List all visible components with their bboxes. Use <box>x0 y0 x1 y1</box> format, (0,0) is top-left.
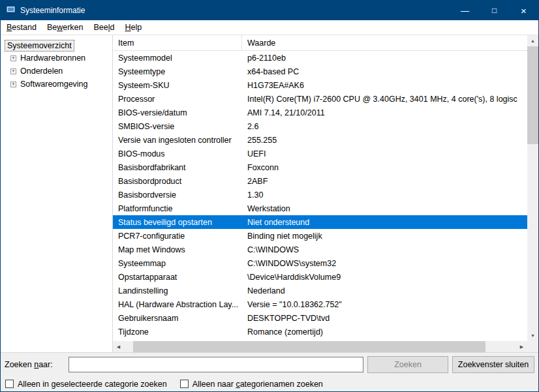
search-options: Alleen in geselecteerde categorie zoeken… <box>1 376 538 391</box>
maximize-button[interactable]: □ <box>480 1 509 20</box>
window-title: Systeeminformatie <box>20 6 85 15</box>
value-cell: x64-based PC <box>242 67 527 76</box>
value-cell: p6-2110eb <box>242 53 527 63</box>
window-controls: — □ × <box>450 1 538 20</box>
item-cell: Landinstelling <box>113 286 242 295</box>
close-icon: × <box>521 5 527 16</box>
table-row[interactable]: Opstartapparaat\Device\HarddiskVolume9 <box>113 270 527 284</box>
table-row[interactable]: Map met WindowsC:\WINDOWS <box>113 243 527 256</box>
window: Systeeminformatie — □ × Bestand Bewerken… <box>0 0 539 392</box>
table-row[interactable]: HAL (Hardware Abstraction Lay...Versie =… <box>113 297 527 311</box>
horizontal-scrollbar[interactable]: ◀ ▶ <box>113 341 527 352</box>
expand-icon[interactable]: + <box>10 55 16 61</box>
search-panel: Zoeken naar: Zoeken Zoekvenster sluiten … <box>1 352 538 391</box>
table-row[interactable]: LandinstellingNederland <box>113 284 527 297</box>
value-cell: Binding niet mogelijk <box>242 232 527 241</box>
item-cell: Status beveiligd opstarten <box>113 218 242 227</box>
scroll-right-button[interactable]: ▶ <box>516 341 527 352</box>
column-header-item[interactable]: Item <box>113 35 242 50</box>
checkbox-label: Alleen naar categorienamen zoeken <box>192 380 323 389</box>
expand-icon[interactable]: + <box>10 68 16 74</box>
item-cell: Versie van ingesloten controller <box>113 136 242 145</box>
item-cell: Gebruikersnaam <box>113 314 242 323</box>
table-row[interactable]: BIOS-modusUEFI <box>113 147 527 160</box>
table-row[interactable]: PCR7-configuratieBinding niet mogelijk <box>113 229 527 243</box>
horizontal-scroll-track[interactable] <box>124 341 516 352</box>
close-button[interactable]: × <box>509 1 538 20</box>
search-label: Zoeken naar: <box>5 360 69 369</box>
value-cell: Intel(R) Core(TM) i7-2600 CPU @ 3.40GHz,… <box>242 95 527 104</box>
tree-item-label: Onderdelen <box>20 67 63 76</box>
table-row[interactable]: Basisbordversie1.30 <box>113 188 527 202</box>
table-row[interactable]: GebruikersnaamDESKTOPPC-TVD\tvd <box>113 311 527 325</box>
item-cell: Processor <box>113 95 242 104</box>
checkbox-selected-category[interactable]: Alleen in geselecteerde categorie zoeken <box>5 380 167 389</box>
vertical-scrollbar[interactable]: ▲ ▼ <box>527 35 538 352</box>
tree-item-softwareomgeving[interactable]: + Softwareomgeving <box>10 78 112 91</box>
menu-bestand[interactable]: Bestand <box>1 21 42 34</box>
minimize-button[interactable]: — <box>450 1 480 20</box>
horizontal-scroll-thumb[interactable] <box>133 341 485 352</box>
value-cell: DESKTOPPC-TVD\tvd <box>242 314 527 323</box>
app-icon <box>6 5 16 16</box>
checkbox-label: Alleen in geselecteerde categorie zoeken <box>18 380 167 389</box>
checkbox-icon <box>180 380 189 388</box>
scroll-up-icon: ▲ <box>531 38 535 43</box>
table-row[interactable]: PlatformfunctieWerkstation <box>113 202 527 215</box>
checkbox-icon <box>5 380 14 388</box>
table-row[interactable]: ProcessorIntel(R) Core(TM) i7-2600 CPU @… <box>113 92 527 106</box>
search-input[interactable] <box>69 357 363 372</box>
search-button[interactable]: Zoeken <box>367 356 448 373</box>
tree-item-onderdelen[interactable]: + Onderdelen <box>10 65 112 78</box>
table-row[interactable]: SysteemmapC:\WINDOWS\system32 <box>113 256 527 270</box>
item-cell: PCR7-configuratie <box>113 232 242 241</box>
item-cell: Basisbordversie <box>113 190 242 200</box>
table-row[interactable]: Systeemtypex64-based PC <box>113 65 527 78</box>
value-cell: Niet ondersteund <box>242 218 527 227</box>
scrollbar-corner <box>527 341 538 352</box>
expand-icon[interactable]: + <box>10 82 16 87</box>
scroll-left-button[interactable]: ◀ <box>113 341 124 352</box>
menu-bewerken[interactable]: Bewerken <box>42 21 89 34</box>
table-row[interactable]: TijdzoneRomance (zomertijd) <box>113 325 527 339</box>
table-row[interactable]: BasisbordfabrikantFoxconn <box>113 160 527 174</box>
menu-help[interactable]: Help <box>119 21 147 34</box>
table-row[interactable]: Systeemmodelp6-2110eb <box>113 51 527 65</box>
checkbox-category-names[interactable]: Alleen naar categorienamen zoeken <box>180 380 323 389</box>
item-cell: Basisbordproduct <box>113 177 242 186</box>
item-cell: Systeemmodel <box>113 53 242 63</box>
item-cell: Basisbordfabrikant <box>113 163 242 172</box>
scroll-left-icon: ◀ <box>117 344 120 350</box>
menu-beeld[interactable]: Beeld <box>88 21 119 34</box>
value-cell: 1.30 <box>242 190 527 200</box>
tree-item-systeemoverzicht[interactable]: Systeemoverzicht <box>5 40 74 52</box>
table-row[interactable]: Versie van ingesloten controller255.255 <box>113 133 527 147</box>
table-row[interactable]: SMBIOS-versie2.6 <box>113 119 527 133</box>
column-header-waarde[interactable]: Waarde <box>242 35 527 50</box>
scroll-up-button[interactable]: ▲ <box>527 35 538 46</box>
close-search-button[interactable]: Zoekvenster sluiten <box>452 356 534 373</box>
item-cell: Map met Windows <box>113 245 242 254</box>
table-row[interactable]: Basisbordproduct2ABF <box>113 174 527 188</box>
vertical-scroll-track[interactable] <box>527 46 538 330</box>
value-cell: H1G73EA#AK6 <box>242 81 527 90</box>
scroll-down-button[interactable]: ▼ <box>527 330 538 341</box>
table-rows: Systeemmodelp6-2110ebSysteemtypex64-base… <box>113 51 527 341</box>
item-cell: Platformfunctie <box>113 204 242 213</box>
table-row[interactable]: BIOS-versie/datumAMI 7.14, 21/10/2011 <box>113 106 527 119</box>
value-cell: 2.6 <box>242 122 527 131</box>
table-row[interactable]: Systeem-SKUH1G73EA#AK6 <box>113 78 527 92</box>
vertical-scroll-thumb[interactable] <box>527 46 538 144</box>
value-cell: C:\WINDOWS <box>242 245 527 254</box>
value-cell: UEFI <box>242 149 527 158</box>
item-cell: Systeemmap <box>113 259 242 268</box>
item-cell: Opstartapparaat <box>113 273 242 282</box>
tree-item-hardwarebronnen[interactable]: + Hardwarebronnen <box>10 52 112 65</box>
value-cell: Romance (zomertijd) <box>242 327 527 337</box>
item-cell: Tijdzone <box>113 327 242 337</box>
table-row[interactable]: Status beveiligd opstartenNiet ondersteu… <box>113 215 527 229</box>
tree-item-label: Hardwarebronnen <box>20 53 85 63</box>
item-cell: Systeemtype <box>113 67 242 76</box>
category-tree: Systeemoverzicht + Hardwarebronnen + Ond… <box>1 35 113 352</box>
main-content: Systeemoverzicht + Hardwarebronnen + Ond… <box>1 35 538 352</box>
